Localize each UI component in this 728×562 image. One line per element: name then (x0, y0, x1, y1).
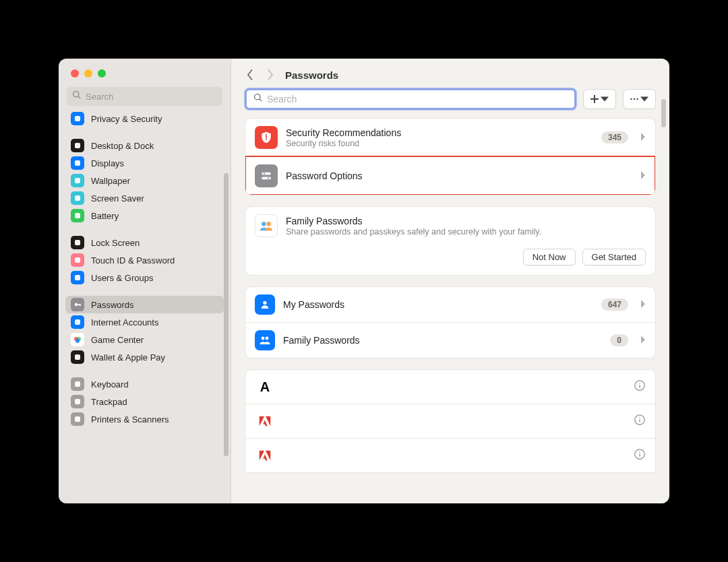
settings-window: Privacy & SecurityDesktop & DockDisplays… (59, 59, 669, 503)
sidebar-item-label: Wallet & Apple Pay (91, 352, 165, 363)
sun-icon (71, 156, 84, 170)
svg-rect-12 (75, 319, 80, 325)
not-now-button[interactable]: Not Now (523, 249, 576, 266)
password-group-row[interactable]: Family Passwords0 (245, 322, 655, 358)
sidebar-item-displays[interactable]: Displays (65, 154, 224, 172)
chevron-down-icon (601, 95, 609, 103)
sidebar-item-game-center[interactable]: Game Center (65, 331, 224, 348)
sidebar-item-keyboard[interactable]: Keyboard (65, 375, 224, 393)
key-icon (71, 298, 84, 311)
gamecenter-icon (71, 333, 84, 346)
people-icon (255, 330, 275, 350)
sidebar-scrollbar[interactable] (224, 173, 229, 456)
sidebar-item-label: Trackpad (91, 397, 127, 407)
svg-point-26 (264, 173, 265, 174)
sidebar-item-label: Touch ID & Password (91, 255, 175, 266)
info-icon[interactable] (634, 414, 646, 429)
svg-point-41 (639, 451, 640, 452)
svg-point-15 (75, 339, 80, 343)
sidebar-item-label: Game Center (91, 335, 144, 345)
sidebar-item-wallet-apple-pay[interactable]: Wallet & Apple Pay (65, 348, 224, 366)
hand-icon (71, 112, 84, 125)
svg-point-38 (639, 417, 640, 418)
chevron-right-icon (640, 334, 646, 346)
svg-rect-7 (75, 257, 80, 263)
svg-rect-11 (80, 304, 81, 306)
sidebar-search-input[interactable] (86, 92, 217, 102)
sidebar-item-label: Desktop & Dock (91, 141, 154, 151)
zoom-window-button[interactable] (98, 69, 106, 77)
family-icon (255, 214, 278, 237)
svg-rect-8 (75, 275, 80, 280)
sidebar-item-lock-screen[interactable]: Lock Screen (65, 234, 224, 251)
sidebar-item-wallpaper[interactable]: Wallpaper (65, 172, 224, 189)
sidebar-item-label: Lock Screen (91, 238, 140, 248)
svg-rect-1 (75, 143, 80, 148)
password-options-title: Password Options (286, 170, 628, 181)
main-search-input[interactable] (267, 94, 568, 104)
svg-rect-5 (75, 213, 80, 218)
group-label: Family Passwords (283, 335, 602, 346)
search-icon (253, 93, 263, 105)
password-entry-row[interactable] (245, 404, 655, 438)
password-group-row[interactable]: My Passwords647 (245, 287, 655, 322)
printer-icon (71, 412, 84, 426)
chevron-right-icon (640, 131, 646, 144)
sidebar-item-screen-saver[interactable]: Screen Saver (65, 189, 224, 207)
back-button[interactable] (245, 68, 255, 82)
site-favicon (255, 445, 275, 466)
password-entry-row[interactable]: A (245, 370, 655, 404)
sidebar: Privacy & SecurityDesktop & DockDisplays… (59, 59, 231, 503)
flower-icon (71, 174, 84, 187)
sidebar-item-users-groups[interactable]: Users & Groups (65, 269, 224, 286)
sidebar-item-label: Wallpaper (91, 176, 130, 186)
info-icon[interactable] (634, 448, 646, 463)
security-recommendations-row[interactable]: Security Recommendations Security risks … (245, 119, 655, 156)
main-scrollbar[interactable] (661, 99, 666, 127)
family-card: Family Passwords Share passwords and pas… (245, 206, 656, 276)
plus-icon (590, 95, 599, 103)
more-button[interactable] (623, 89, 656, 109)
screensaver-icon (71, 191, 84, 205)
sidebar-item-privacy-security[interactable]: Privacy & Security (65, 110, 224, 127)
header: Passwords (231, 59, 669, 88)
sidebar-search[interactable] (67, 87, 222, 106)
svg-rect-3 (75, 178, 80, 183)
at-icon (71, 315, 84, 329)
search-icon (72, 90, 82, 102)
sidebar-item-battery[interactable]: Battery (65, 207, 224, 224)
password-options-row[interactable]: Password Options (245, 156, 655, 195)
svg-rect-24 (262, 173, 271, 175)
sidebar-list: Privacy & SecurityDesktop & DockDisplays… (59, 110, 231, 503)
users-icon (71, 271, 84, 284)
site-favicon (255, 411, 275, 431)
sidebar-item-internet-accounts[interactable]: Internet Accounts (65, 313, 224, 331)
minimize-window-button[interactable] (84, 69, 92, 77)
fingerprint-icon (71, 253, 84, 267)
wallet-icon (71, 350, 84, 364)
sidebar-item-trackpad[interactable]: Trackpad (65, 393, 224, 410)
forward-button[interactable] (265, 68, 276, 82)
person-icon (255, 294, 275, 315)
main-search[interactable] (245, 88, 576, 110)
family-subtitle: Share passwords and passkeys safely and … (286, 227, 646, 237)
group-count: 0 (610, 334, 628, 346)
sidebar-item-desktop-dock[interactable]: Desktop & Dock (65, 137, 224, 154)
close-window-button[interactable] (71, 69, 79, 77)
chevron-down-icon (640, 95, 648, 103)
sidebar-item-label: Internet Accounts (91, 317, 158, 327)
svg-point-20 (630, 98, 632, 100)
sidebar-item-label: Passwords (91, 300, 134, 310)
security-recs-title: Security Recommendations (286, 127, 593, 138)
security-card: Security Recommendations Security risks … (245, 118, 656, 195)
info-icon[interactable] (634, 379, 646, 394)
svg-rect-4 (75, 195, 80, 201)
add-button[interactable] (583, 89, 616, 109)
get-started-button[interactable]: Get Started (582, 249, 646, 266)
sidebar-item-printers-scanners[interactable]: Printers & Scanners (65, 410, 224, 428)
sidebar-item-touch-id-password[interactable]: Touch ID & Password (65, 251, 224, 269)
svg-point-35 (639, 383, 640, 383)
svg-rect-6 (75, 240, 80, 245)
sidebar-item-passwords[interactable]: Passwords (65, 296, 224, 313)
password-entry-row[interactable] (245, 438, 655, 472)
